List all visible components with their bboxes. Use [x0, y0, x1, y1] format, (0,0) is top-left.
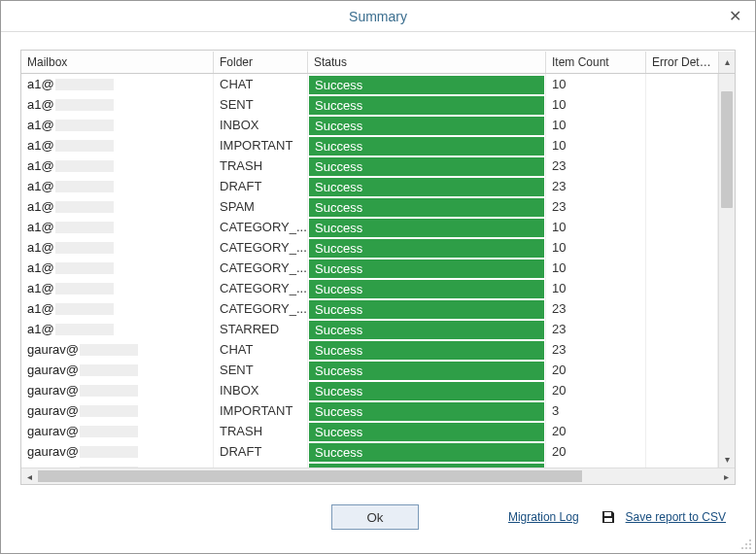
column-header-mailbox[interactable]: Mailbox: [21, 52, 214, 73]
svg-rect-4: [741, 547, 743, 549]
cell-error-details: [646, 278, 718, 298]
cell-mailbox: gaurav@: [21, 360, 214, 380]
table-row[interactable]: a1@DRAFTSuccess23: [21, 176, 718, 196]
cell-folder: SENT: [214, 360, 308, 380]
cell-folder: DRAFT: [214, 176, 308, 196]
cell-status: Success: [308, 278, 546, 298]
svg-rect-1: [749, 539, 751, 541]
cell-error-details: [646, 421, 718, 441]
cell-status: Success: [308, 115, 546, 135]
table-row[interactable]: gaurav@CHATSuccess23: [21, 339, 718, 360]
cell-item-count: 10: [546, 135, 646, 156]
table-row[interactable]: a1@INBOXSuccess10: [21, 115, 718, 135]
ok-button[interactable]: Ok: [331, 504, 419, 530]
vertical-scrollbar[interactable]: ▾: [718, 74, 735, 467]
cell-status: Success: [308, 217, 546, 237]
column-header-error-details[interactable]: Error Details: [646, 52, 718, 73]
cell-mailbox: a1@: [21, 115, 214, 135]
cell-status: Success: [308, 74, 546, 94]
cell-item-count: 10: [546, 115, 646, 135]
table-header: Mailbox Folder Status Item Count Error D…: [21, 51, 735, 74]
scroll-left-arrow[interactable]: ◂: [21, 471, 38, 482]
cell-item-count: 10: [546, 74, 646, 94]
table-row[interactable]: gaurav@TRASHSuccess20: [21, 421, 718, 441]
scroll-right-arrow[interactable]: ▸: [718, 471, 735, 482]
cell-error-details: [646, 156, 718, 176]
table-row[interactable]: gaurav@IMPORTANTSuccess 3: [21, 400, 718, 421]
cell-folder: IMPORTANT: [214, 135, 308, 156]
cell-folder: SENT: [214, 94, 308, 115]
horizontal-scroll-thumb[interactable]: [38, 470, 582, 482]
save-report-link[interactable]: Save report to CSV: [626, 510, 726, 524]
cell-error-details: [646, 74, 718, 94]
cell-item-count: 10: [546, 278, 646, 298]
cell-error-details: [646, 339, 718, 360]
cell-mailbox: a1@: [21, 196, 214, 217]
table-body: a1@CHATSuccess10a1@SENTSuccess10a1@INBOX…: [21, 74, 718, 467]
vertical-scroll-thumb[interactable]: [721, 91, 733, 208]
cell-mailbox: a1@: [21, 217, 214, 237]
table-row[interactable]: a1@CATEGORY_...Success10: [21, 217, 718, 237]
cell-folder: CATEGORY_...: [214, 278, 308, 298]
table-row[interactable]: a1@CATEGORY_...Success23: [21, 298, 718, 319]
cell-item-count: 10: [546, 94, 646, 115]
summary-table: Mailbox Folder Status Item Count Error D…: [20, 50, 736, 485]
svg-rect-2: [745, 543, 747, 545]
close-icon[interactable]: ✕: [723, 7, 747, 25]
cell-folder: CATEGORY_...: [214, 217, 308, 237]
table-row[interactable]: a1@TRASHSuccess23: [21, 156, 718, 176]
cell-folder: INBOX: [214, 380, 308, 400]
cell-item-count: 20: [546, 441, 646, 462]
cell-error-details: [646, 319, 718, 339]
table-row[interactable]: gaurav@SENTSuccess20: [21, 360, 718, 380]
cell-item-count: 10: [546, 237, 646, 258]
migration-log-link[interactable]: Migration Log: [508, 510, 579, 524]
table-row[interactable]: a1@CHATSuccess10: [21, 74, 718, 94]
table-row[interactable]: a1@STARREDSuccess23: [21, 319, 718, 339]
table-row[interactable]: a1@CATEGORY_...Success10: [21, 258, 718, 278]
resize-grip[interactable]: [741, 539, 753, 551]
table-row[interactable]: a1@SPAMSuccess23: [21, 196, 718, 217]
cell-folder: STARRED: [214, 319, 308, 339]
column-header-item-count[interactable]: Item Count: [546, 52, 646, 73]
cell-error-details: [646, 298, 718, 319]
table-row[interactable]: a1@CATEGORY_...Success10: [21, 237, 718, 258]
cell-mailbox: gaurav@: [21, 339, 214, 360]
scroll-up-arrow[interactable]: ▴: [718, 52, 735, 73]
cell-item-count: 23: [546, 176, 646, 196]
svg-rect-5: [745, 547, 747, 549]
table-row[interactable]: gaurav@DRAFTSuccess20: [21, 441, 718, 462]
save-icon: [601, 509, 616, 525]
table-row[interactable]: a1@IMPORTANTSuccess10: [21, 135, 718, 156]
cell-error-details: [646, 94, 718, 115]
cell-status: Success: [308, 258, 546, 278]
cell-item-count: 23: [546, 298, 646, 319]
cell-status: Success: [308, 380, 546, 400]
column-header-status[interactable]: Status: [308, 52, 546, 73]
window-title: Summary: [349, 9, 407, 24]
table-row[interactable]: a1@CATEGORY_...Success10: [21, 278, 718, 298]
cell-mailbox: a1@: [21, 237, 214, 258]
cell-item-count: 10: [546, 258, 646, 278]
cell-folder: SPAM: [214, 196, 308, 217]
horizontal-scrollbar[interactable]: ◂ ▸: [21, 467, 735, 484]
dialog-footer: Ok Migration Log Save report to CSV: [1, 493, 755, 541]
cell-item-count: 23: [546, 156, 646, 176]
svg-rect-3: [749, 543, 751, 545]
scroll-down-arrow[interactable]: ▾: [719, 451, 735, 467]
cell-folder: CHAT: [214, 339, 308, 360]
cell-mailbox: gaurav@: [21, 421, 214, 441]
cell-item-count: 23: [546, 196, 646, 217]
cell-status: Success: [308, 400, 546, 421]
cell-folder: CATEGORY_...: [214, 298, 308, 319]
summary-dialog: Summary ✕ Mailbox Folder Status Item Cou…: [0, 0, 756, 554]
column-header-folder[interactable]: Folder: [214, 52, 308, 73]
cell-error-details: [646, 135, 718, 156]
cell-folder: TRASH: [214, 421, 308, 441]
cell-item-count: 23: [546, 339, 646, 360]
table-row[interactable]: gaurav@INBOXSuccess20: [21, 380, 718, 400]
cell-mailbox: gaurav@: [21, 380, 214, 400]
cell-folder: CATEGORY_...: [214, 237, 308, 258]
cell-status: Success: [308, 360, 546, 380]
table-row[interactable]: a1@SENTSuccess10: [21, 94, 718, 115]
